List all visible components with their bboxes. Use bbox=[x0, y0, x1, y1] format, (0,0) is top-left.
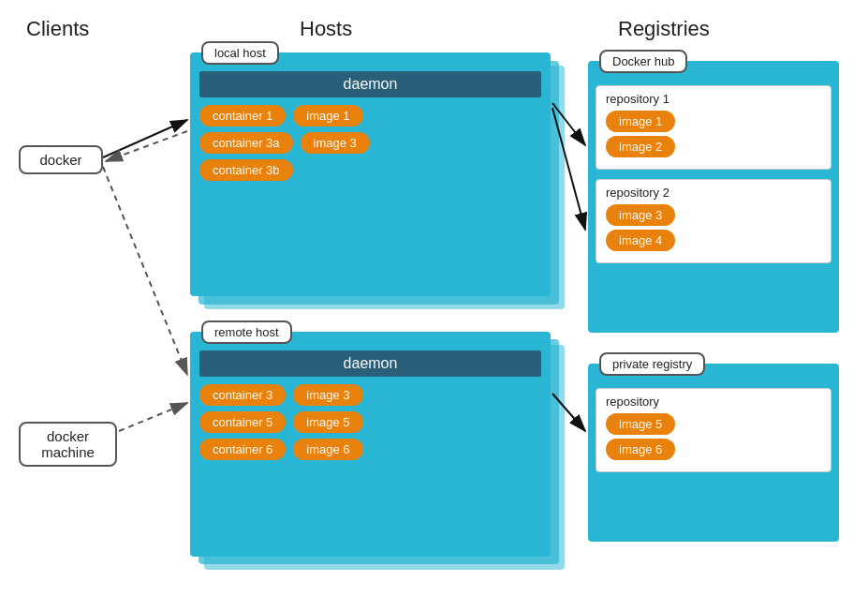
registries-header: Registries bbox=[618, 17, 710, 41]
local-host-panel: local host daemon container 1 image 1 co… bbox=[190, 52, 551, 296]
local-container-1: container 1 bbox=[199, 105, 286, 127]
docker-client: docker bbox=[19, 145, 103, 174]
docker-machine-label: docker machine bbox=[41, 428, 95, 460]
svg-line-4 bbox=[119, 403, 187, 431]
local-container-3b: container 3b bbox=[199, 159, 293, 181]
hosts-header: Hosts bbox=[300, 17, 352, 41]
repo1-box: repository 1 image 1 image 2 bbox=[596, 85, 831, 170]
private-image5: image 5 bbox=[606, 413, 675, 435]
remote-host-daemon: daemon bbox=[199, 350, 541, 377]
private-image5-row: image 5 bbox=[606, 413, 821, 435]
remote-container-5: container 5 bbox=[199, 411, 286, 433]
private-registry-label: private registry bbox=[599, 352, 705, 376]
diagram: Clients Hosts Registries docker docker m… bbox=[0, 0, 868, 596]
repo2-box: repository 2 image 3 image 4 bbox=[596, 179, 831, 263]
private-repo-title: repository bbox=[606, 395, 821, 409]
repo2-image3-row: image 3 bbox=[606, 204, 821, 226]
private-image6: image 6 bbox=[606, 439, 675, 460]
private-registry-panel: private registry repository image 5 imag… bbox=[588, 364, 839, 542]
local-row-3: container 3b bbox=[199, 159, 541, 181]
local-image-3: image 3 bbox=[301, 132, 370, 154]
local-image-1: image 1 bbox=[293, 105, 362, 127]
svg-line-2 bbox=[103, 120, 187, 157]
repo1-image2-row: image 2 bbox=[606, 136, 821, 157]
repo1-title: repository 1 bbox=[606, 92, 821, 106]
repo2-image3: image 3 bbox=[606, 204, 675, 226]
local-container-3a: container 3a bbox=[199, 132, 293, 154]
repo1-image1-row: image 1 bbox=[606, 111, 821, 132]
svg-line-8 bbox=[106, 131, 187, 161]
remote-container-3: container 3 bbox=[199, 384, 286, 406]
local-host-label: local host bbox=[201, 41, 279, 65]
remote-row-3: container 6 image 6 bbox=[199, 439, 541, 460]
remote-container-6: container 6 bbox=[199, 439, 286, 460]
repo1-image1: image 1 bbox=[606, 111, 675, 132]
docker-hub-label: Docker hub bbox=[599, 50, 687, 73]
local-host-daemon: daemon bbox=[199, 71, 541, 97]
docker-label: docker bbox=[39, 152, 81, 168]
local-row-2: container 3a image 3 bbox=[199, 132, 541, 154]
remote-image-6: image 6 bbox=[293, 439, 362, 460]
svg-line-3 bbox=[103, 167, 187, 375]
remote-row-1: container 3 image 3 bbox=[199, 384, 541, 406]
clients-header: Clients bbox=[26, 17, 89, 41]
remote-image-3: image 3 bbox=[293, 384, 362, 406]
remote-image-5: image 5 bbox=[293, 411, 362, 433]
private-repo-box: repository image 5 image 6 bbox=[596, 388, 831, 472]
repo2-image4-row: image 4 bbox=[606, 230, 821, 251]
remote-host-panel: remote host daemon container 3 image 3 c… bbox=[190, 332, 551, 557]
repo1-image2: image 2 bbox=[606, 136, 675, 157]
repo2-image4: image 4 bbox=[606, 230, 675, 251]
docker-machine-client: docker machine bbox=[19, 422, 117, 467]
docker-hub-panel: Docker hub repository 1 image 1 image 2 … bbox=[588, 61, 839, 333]
private-image6-row: image 6 bbox=[606, 439, 821, 460]
remote-row-2: container 5 image 5 bbox=[199, 411, 541, 433]
remote-host-label: remote host bbox=[201, 320, 292, 344]
repo2-title: repository 2 bbox=[606, 186, 821, 200]
local-row-1: container 1 image 1 bbox=[199, 105, 541, 127]
